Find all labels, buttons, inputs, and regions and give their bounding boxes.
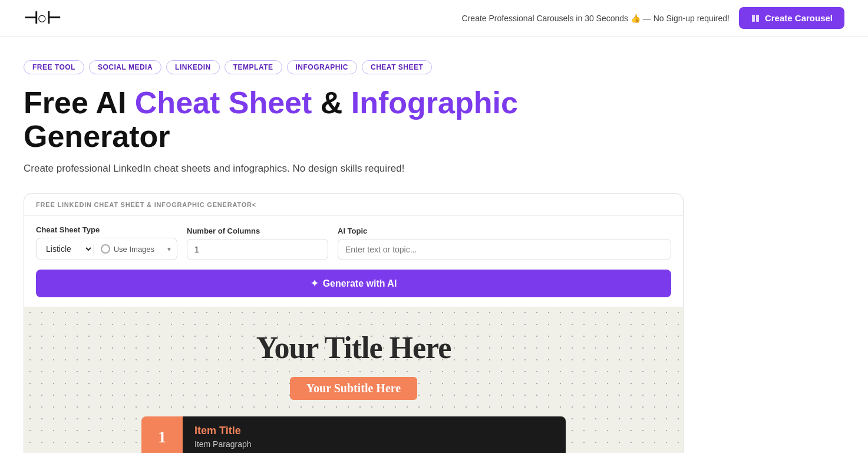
tags-row: FREE TOOL SOCIAL MEDIA LINKEDIN TEMPLATE… <box>24 60 684 74</box>
hero-subtitle: Create professional LinkedIn cheat sheet… <box>24 163 684 175</box>
columns-group: Number of Columns <box>187 226 328 260</box>
cheat-sheet-type-label: Cheat Sheet Type <box>36 225 177 234</box>
tag-infographic[interactable]: INFOGRAPHIC <box>287 60 358 74</box>
create-carousel-button[interactable]: Create Carousel <box>739 7 844 29</box>
preview-main-title: Your Title Here <box>256 330 451 365</box>
header-tagline: Create Professional Carousels in 30 Seco… <box>462 14 730 23</box>
svg-rect-0 <box>752 15 755 22</box>
generate-button[interactable]: ✦ Generate with AI <box>36 270 671 297</box>
preview-item-content: Item Title Item Paragraph <box>183 416 566 453</box>
edit-icon <box>751 14 760 23</box>
form-row: Cheat Sheet Type Listicle Use Images ▼ N… <box>24 216 683 270</box>
use-images-label: Use Images <box>114 245 154 254</box>
tag-free-tool[interactable]: FREE TOOL <box>24 60 84 74</box>
preview-subtitle-badge: Your Subtitle Here <box>290 377 417 400</box>
topic-input[interactable] <box>338 239 671 260</box>
header-right: Create Professional Carousels in 30 Seco… <box>462 7 844 29</box>
svg-rect-1 <box>756 15 759 22</box>
columns-input[interactable] <box>187 239 328 260</box>
tag-template[interactable]: TEMPLATE <box>225 60 282 74</box>
hero-title: Free AI Cheat Sheet & Infographic Genera… <box>24 86 684 153</box>
generate-btn-wrapper: ✦ Generate with AI <box>24 270 683 307</box>
header: ⊣○⊢ Create Professional Carousels in 30 … <box>0 0 868 37</box>
chevron-down-icon: ▼ <box>161 246 177 252</box>
cheat-sheet-type-select[interactable]: Listicle <box>37 238 93 260</box>
topic-group: AI Topic <box>338 226 671 260</box>
logo: ⊣○⊢ <box>24 8 60 28</box>
columns-label: Number of Columns <box>187 226 328 235</box>
cheat-sheet-type-select-wrapper: Listicle Use Images ▼ <box>36 238 177 260</box>
use-images-radio[interactable] <box>101 244 110 254</box>
main-content: FREE TOOL SOCIAL MEDIA LINKEDIN TEMPLATE… <box>0 37 707 453</box>
tool-container: FREE LINKEDIN CHEAT SHEET & INFOGRAPHIC … <box>24 193 684 453</box>
tool-header-bar: FREE LINKEDIN CHEAT SHEET & INFOGRAPHIC … <box>24 194 683 216</box>
preview-item-1: 1 Item Title Item Paragraph <box>141 416 566 453</box>
preview-item-paragraph: Item Paragraph <box>194 439 554 449</box>
preview-area: Your Title Here Your Subtitle Here 1 Ite… <box>24 307 683 453</box>
preview-item-title: Item Title <box>194 425 554 437</box>
topic-label: AI Topic <box>338 226 671 235</box>
sparkle-icon: ✦ <box>311 278 318 289</box>
tag-cheat-sheet[interactable]: CHEAT SHEET <box>362 60 432 74</box>
use-images-toggle[interactable]: Use Images <box>93 244 161 254</box>
tag-linkedin[interactable]: LINKEDIN <box>166 60 220 74</box>
tag-social-media[interactable]: SOCIAL MEDIA <box>89 60 161 74</box>
preview-item-number: 1 <box>141 416 183 453</box>
cheat-sheet-type-group: Cheat Sheet Type Listicle Use Images ▼ <box>36 225 177 260</box>
